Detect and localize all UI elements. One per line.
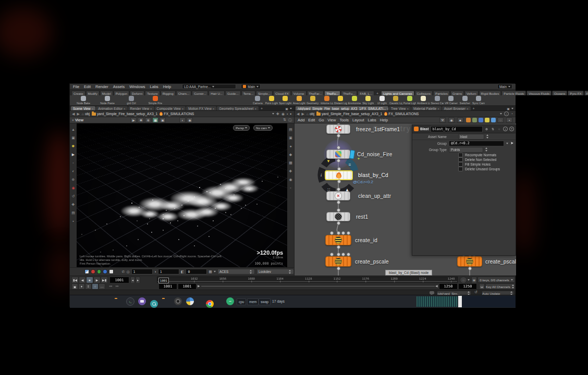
- shelf-tab-right-9[interactable]: Pyro FX: [568, 91, 583, 95]
- shelf-tool-right-12[interactable]: Ambient Light: [417, 96, 430, 105]
- black-point-field[interactable]: 0: [186, 269, 207, 274]
- mem-meter[interactable]: mem: [247, 298, 259, 305]
- green-channel-swatch[interactable]: [97, 269, 102, 274]
- add-shelf-tab-button[interactable]: +: [375, 92, 380, 95]
- snapshot-icon[interactable]: ◉: [281, 112, 285, 116]
- color-swatch-icon[interactable]: [466, 118, 471, 122]
- chevron-down-icon[interactable]: [468, 279, 470, 281]
- misc-display-icon[interactable]: ▫: [290, 186, 291, 190]
- lens-icon[interactable]: ◉: [289, 178, 292, 181]
- shelf-tab-8[interactable]: Constr...: [192, 91, 208, 95]
- lights-toggle-icon[interactable]: ◐: [179, 117, 186, 123]
- point-display-icon[interactable]: ●: [289, 144, 291, 148]
- checkbox[interactable]: [458, 153, 463, 157]
- network-menu-3[interactable]: View: [327, 118, 336, 122]
- disc-app-icon[interactable]: [174, 297, 182, 305]
- input-dot[interactable]: [341, 231, 345, 235]
- pane-tab-right-3[interactable]: Asset Browser×: [442, 106, 471, 110]
- pane-menu-icon[interactable]: [290, 108, 292, 109]
- shelf-tool-3[interactable]: Simple Fire: [144, 96, 167, 105]
- shelf-tab-right-4[interactable]: Vellum: [464, 91, 479, 95]
- info-icon[interactable]: i: [504, 111, 509, 116]
- shelf-tool-right-7[interactable]: Environment Light: [348, 96, 361, 105]
- close-icon[interactable]: ×: [182, 107, 184, 110]
- shelf-tool-right-4[interactable]: Geometry Light: [307, 96, 320, 105]
- wireframe-mode-icon[interactable]: ▣: [160, 117, 166, 123]
- lasso-tool-icon[interactable]: ✚: [138, 117, 144, 123]
- pane-tab-4[interactable]: Motion FX View×: [186, 106, 216, 110]
- shelf-tool-right-9[interactable]: UI Light: [376, 96, 389, 105]
- path-dropdown-icon[interactable]: [500, 113, 502, 115]
- add-pane-tab-button[interactable]: +: [471, 107, 476, 110]
- menu-3[interactable]: Assets: [113, 84, 125, 89]
- shaded-mode-icon[interactable]: ▦: [152, 117, 158, 123]
- network-editor[interactable]: Geometry: [294, 123, 516, 276]
- shelf-tool-right-8[interactable]: Sky Light: [362, 96, 375, 105]
- shape-palette-icon[interactable]: [491, 118, 496, 122]
- add-pane-tab-button[interactable]: +: [259, 107, 264, 110]
- display-options-icon[interactable]: ▤: [289, 128, 292, 131]
- shelf-tab-16[interactable]: TheFu...: [324, 91, 340, 95]
- star-tool-icon[interactable]: ✱: [72, 144, 75, 148]
- network-menu-5[interactable]: Layout: [352, 118, 364, 122]
- group-type-select[interactable]: Points: [449, 147, 483, 153]
- shelf-tab-12[interactable]: Simple...: [256, 91, 273, 95]
- close-icon[interactable]: ×: [407, 107, 409, 110]
- menu-0[interactable]: File: [73, 84, 79, 89]
- gain-field[interactable]: 1: [131, 269, 153, 274]
- pin-icon[interactable]: ✚: [276, 112, 279, 116]
- close-icon[interactable]: ×: [213, 107, 215, 110]
- back-icon[interactable]: ◀: [72, 112, 75, 116]
- menu-5[interactable]: Labs: [150, 84, 158, 89]
- ring-up-arrow-icon[interactable]: ▲: [345, 188, 349, 192]
- pane-tab-right-2[interactable]: Material Palette×: [411, 106, 442, 110]
- shape-palette-icon[interactable]: [485, 118, 489, 122]
- camera-select-button[interactable]: No cam: [253, 125, 273, 131]
- shelf-tool-right-3[interactable]: Area Light: [293, 96, 306, 105]
- path-subnet[interactable]: FX_SIMULATIONS: [160, 112, 194, 116]
- layout-view-icon[interactable]: ▤: [71, 211, 75, 215]
- node-cd-noise-fire[interactable]: [326, 149, 350, 159]
- input-dot[interactable]: [341, 253, 345, 256]
- cpu-meter[interactable]: cpu: [237, 298, 246, 305]
- chrome-icon[interactable]: [206, 300, 214, 308]
- select-arrow-icon[interactable]: ▶: [72, 153, 75, 156]
- audio-icon[interactable]: ♦: [78, 283, 85, 290]
- shelf-tab-4[interactable]: Deform: [130, 91, 144, 95]
- material-toggle-icon[interactable]: ◉: [187, 117, 193, 123]
- group-field[interactable]: @Cd.r<0.2: [449, 141, 504, 146]
- next-key-icon[interactable]: ▸▸: [116, 284, 119, 288]
- tumble-tool-icon[interactable]: ▲: [71, 128, 75, 131]
- range-slider-right-handle[interactable]: ◀: [435, 284, 438, 288]
- shelf-tab-15[interactable]: TheFar...: [307, 91, 324, 95]
- range-end-field[interactable]: 1250: [439, 283, 458, 290]
- scale-tool-icon[interactable]: ⊕: [72, 178, 75, 181]
- right-selector[interactable]: Main: [497, 84, 512, 89]
- grid-display-icon[interactable]: ▦: [289, 161, 292, 165]
- shelf-tool-right-11[interactable]: Portal Light: [403, 96, 416, 105]
- active-window-marker[interactable]: [458, 296, 462, 307]
- close-icon[interactable]: ×: [387, 107, 388, 110]
- session-selector[interactable]: LD AAA_Partne...: [182, 84, 236, 89]
- box-tool-icon[interactable]: ▣: [71, 136, 75, 140]
- shelf-tab-1[interactable]: Modify: [86, 91, 100, 95]
- help-icon[interactable]: ⓘ: [288, 118, 292, 123]
- colorspace-select[interactable]: ACES: [217, 269, 255, 274]
- keys-info-dropdown[interactable]: 0 keys, 0/0 channels: [477, 277, 515, 283]
- ring-info-icon[interactable]: i: [321, 173, 322, 178]
- rotate-tool-icon[interactable]: ◐: [72, 169, 74, 173]
- shelf-tab-6[interactable]: Rigging: [161, 91, 176, 95]
- shelf-tab-0[interactable]: Create: [71, 91, 85, 95]
- gamma-field[interactable]: 1: [158, 269, 179, 274]
- snapshot-icon[interactable]: ✆: [122, 270, 125, 274]
- desktop-selector[interactable]: Main: [241, 84, 261, 89]
- square-icon[interactable]: ▪: [290, 112, 291, 116]
- asset-name-select[interactable]: blast: [458, 134, 484, 140]
- shelf-tool-right-0[interactable]: Camera: [251, 96, 264, 105]
- display-lut-select[interactable]: Lookdev: [256, 269, 294, 274]
- shelf-tab-right-10[interactable]: FLIP: [584, 91, 588, 95]
- shade-icon[interactable]: ▣: [289, 136, 292, 140]
- system-monitor-icon[interactable]: ~: [226, 297, 234, 305]
- terminal-icon[interactable]: ›_: [126, 297, 134, 306]
- close-icon[interactable]: ×: [150, 107, 152, 110]
